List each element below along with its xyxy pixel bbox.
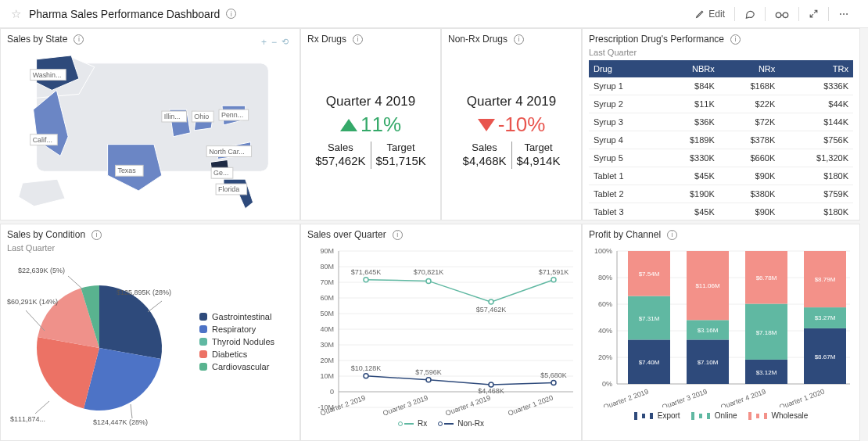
- svg-point-58: [426, 278, 431, 283]
- table-row[interactable]: Tablet 2$190K$380K$759K: [589, 185, 853, 203]
- panel-drug-table: Prescription Drug's Performance i Last Q…: [582, 28, 860, 220]
- svg-line-24: [148, 301, 162, 312]
- table-row[interactable]: Syrup 5$330K$660K$1,320K: [589, 149, 853, 167]
- triangle-down-icon: [478, 119, 495, 131]
- svg-text:Calif...: Calif...: [33, 136, 52, 144]
- panel-profit-by-channel: Profit by Channel i 100% 80% 60% 40% 20%…: [582, 224, 860, 441]
- svg-point-4: [846, 13, 848, 15]
- svg-text:$7.10M: $7.10M: [698, 359, 719, 366]
- expand-icon: [809, 9, 819, 19]
- rx-sales: $57,462K: [315, 154, 365, 169]
- svg-text:$7.40M: $7.40M: [639, 359, 660, 366]
- us-map[interactable]: Washin... Calif... Illin... Ohio Penn...…: [7, 48, 293, 210]
- comment-button[interactable]: [737, 0, 763, 27]
- app-header: ☆ Pharma Sales Performance Dashboard i E…: [0, 0, 868, 28]
- svg-text:Quarter 1 2020: Quarter 1 2020: [507, 393, 554, 415]
- svg-point-59: [489, 299, 493, 304]
- panel-title: Non-Rx Drugs: [448, 34, 508, 45]
- drug-table: Drug NBRx NRx TRx Syrup 1$84K$168K$336KS…: [589, 60, 853, 220]
- svg-text:70M: 70M: [320, 278, 334, 286]
- svg-text:$5,680K: $5,680K: [540, 371, 567, 379]
- svg-text:$124,447K (28%): $124,447K (28%): [93, 418, 148, 426]
- panel-title: Profit by Channel: [589, 229, 661, 240]
- svg-text:$71,591K: $71,591K: [539, 268, 569, 276]
- svg-text:60M: 60M: [320, 294, 334, 302]
- pencil-icon: [695, 9, 705, 19]
- favorite-star-icon[interactable]: ☆: [11, 7, 21, 21]
- svg-text:Ohio: Ohio: [194, 113, 209, 120]
- svg-text:$70,821K: $70,821K: [414, 268, 444, 276]
- svg-line-28: [35, 401, 49, 414]
- edit-label: Edit: [708, 9, 725, 20]
- speech-bubble-icon: [744, 9, 755, 20]
- svg-line-26: [131, 404, 132, 418]
- col-trx[interactable]: TRx: [780, 60, 853, 77]
- svg-point-2: [840, 13, 841, 15]
- table-row[interactable]: Syrup 2$11K$22K$44K: [589, 95, 853, 113]
- info-icon[interactable]: i: [91, 230, 102, 240]
- svg-text:Quarter 4 2019: Quarter 4 2019: [444, 393, 491, 415]
- rx-target: $51,715K: [376, 154, 426, 169]
- svg-text:0%: 0%: [602, 380, 612, 388]
- edit-button[interactable]: Edit: [687, 0, 733, 27]
- svg-text:$60,291K (14%): $60,291K (14%): [7, 298, 58, 306]
- more-button[interactable]: [830, 0, 857, 27]
- expand-button[interactable]: [801, 0, 827, 27]
- table-row[interactable]: Syrup 4$189K$378K$756K: [589, 131, 853, 149]
- info-icon[interactable]: i: [514, 34, 524, 45]
- zoom-out-icon[interactable]: −: [271, 37, 277, 48]
- col-drug[interactable]: Drug: [589, 60, 658, 77]
- svg-text:$3.16M: $3.16M: [698, 327, 719, 334]
- svg-text:$10,128K: $10,128K: [351, 364, 382, 372]
- svg-text:40%: 40%: [598, 327, 612, 335]
- ellipsis-icon: [838, 9, 849, 20]
- svg-text:Ge...: Ge...: [213, 169, 228, 177]
- triangle-up-icon: [340, 119, 357, 131]
- svg-text:80M: 80M: [320, 263, 334, 271]
- svg-text:Texas: Texas: [117, 167, 136, 174]
- panel-subtitle: Last Quarter: [7, 243, 293, 253]
- pie-chart[interactable]: $125,895K (28%) $124,447K (28%) $111,874…: [7, 256, 195, 428]
- info-icon[interactable]: i: [667, 230, 677, 240]
- svg-text:30M: 30M: [320, 341, 334, 349]
- svg-text:$22,639K (5%): $22,639K (5%): [18, 267, 65, 274]
- zoom-in-icon[interactable]: +: [261, 37, 267, 48]
- reset-icon[interactable]: ⟲: [282, 37, 289, 48]
- panel-sales-by-state: Sales by State i + − ⟲: [0, 28, 300, 220]
- table-row[interactable]: Tablet 1$45K$90K$180K: [589, 167, 853, 185]
- bar-legend: Export Online Wholesale: [589, 411, 853, 420]
- svg-text:$3.27M: $3.27M: [815, 314, 836, 321]
- rx-delta: 11%: [340, 113, 401, 137]
- nonrx-delta: -10%: [478, 113, 546, 137]
- svg-point-64: [551, 381, 556, 385]
- svg-text:$7.31M: $7.31M: [639, 315, 660, 322]
- svg-text:20%: 20%: [598, 353, 612, 361]
- svg-text:Washin...: Washin...: [33, 71, 62, 79]
- svg-line-32: [68, 276, 84, 290]
- line-chart[interactable]: 90M 80M 70M 60M 50M 40M 30M 20M 10M 0 -1…: [307, 243, 581, 415]
- table-row[interactable]: Syrup 1$84K$168K$336K: [589, 77, 853, 95]
- svg-text:50M: 50M: [320, 310, 334, 317]
- col-nrx[interactable]: NRx: [719, 60, 780, 77]
- panel-title: Prescription Drug's Performance: [589, 34, 724, 45]
- stacked-bar-chart[interactable]: 100% 80% 60% 40% 20% 0% $7.40M $7.31M $7…: [589, 243, 855, 407]
- svg-point-60: [551, 278, 556, 282]
- info-icon[interactable]: i: [353, 34, 363, 45]
- info-icon[interactable]: i: [226, 9, 236, 19]
- svg-text:$7,596K: $7,596K: [415, 368, 442, 376]
- info-icon[interactable]: i: [74, 34, 84, 45]
- svg-text:90M: 90M: [320, 247, 334, 255]
- panel-sales-over-quarter: Sales over Quarter i 90M 80M 70M 60M 50M…: [300, 224, 582, 441]
- col-nbrx[interactable]: NBRx: [658, 60, 719, 77]
- nonrx-quarter: Quarter 4 2019: [467, 94, 556, 109]
- table-row[interactable]: Syrup 3$36K$72K$144K: [589, 113, 853, 131]
- svg-text:Quarter 1 2020: Quarter 1 2020: [778, 387, 825, 407]
- table-row[interactable]: Tablet 3$45K$90K$180K: [589, 203, 853, 221]
- svg-text:Quarter 3 2019: Quarter 3 2019: [661, 387, 708, 407]
- panel-title: Sales over Quarter: [307, 229, 386, 240]
- panel-nonrx-drugs: Non-Rx Drugs i Quarter 4 2019 -10% Sales…: [441, 28, 582, 220]
- info-icon[interactable]: i: [393, 230, 403, 240]
- dual-view-button[interactable]: [767, 0, 797, 27]
- pie-legend: Gastrointestinal Respiratory Thyroid Nod…: [199, 309, 274, 375]
- info-icon[interactable]: i: [730, 34, 741, 45]
